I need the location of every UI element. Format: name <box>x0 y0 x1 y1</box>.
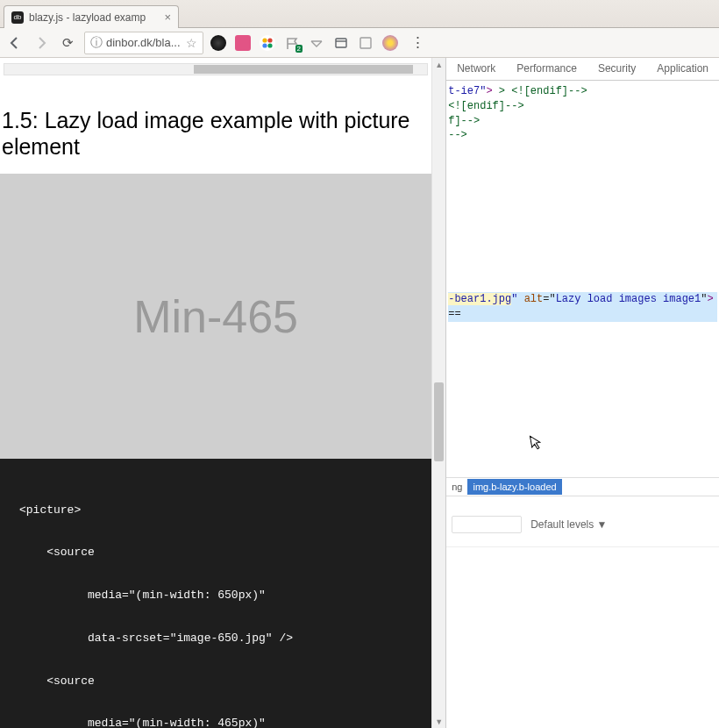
source-line: --> <box>448 129 467 141</box>
extension-badge: 2 <box>295 45 303 53</box>
extension-icon[interactable]: 2 <box>284 35 300 51</box>
code-line: data-srcset="image-650.jpg" /> <box>0 632 431 646</box>
extension-icon[interactable] <box>358 35 374 51</box>
extension-icons: 2 ⋮ <box>210 33 429 52</box>
browser-tab[interactable]: db blazy.js - lazyload examp × <box>4 5 179 28</box>
url-text: dinbor.dk/bla... <box>106 36 182 49</box>
scroll-down-icon[interactable]: ▼ <box>432 715 445 728</box>
scrollbar-thumb[interactable] <box>434 382 444 461</box>
section-heading: 1.5: Lazy load image example with pictur… <box>0 75 431 167</box>
bookmark-icon[interactable]: ☆ <box>186 36 197 50</box>
favicon-icon: db <box>11 11 24 24</box>
back-button[interactable] <box>5 33 25 53</box>
devtools-panel: Network Performance Security Application… <box>445 58 719 728</box>
extension-icon[interactable] <box>210 35 226 51</box>
code-block: <picture> <source media="(min-width: 650… <box>0 459 431 728</box>
extension-icon[interactable] <box>333 35 349 51</box>
extension-icon[interactable] <box>235 35 251 51</box>
forward-button[interactable] <box>32 33 51 53</box>
breadcrumb-item[interactable]: ng <box>446 479 467 495</box>
page-viewport: 1.5: Lazy load image example with pictur… <box>0 58 445 728</box>
tab-title: blazy.js - lazyload examp <box>29 11 159 24</box>
devtools-tab-strip: Network Performance Security Application <box>446 58 719 81</box>
vertical-scrollbar[interactable]: ▲ ▼ <box>431 58 445 728</box>
devtools-tab-security[interactable]: Security <box>587 58 646 80</box>
browser-tab-strip: db blazy.js - lazyload examp × <box>0 0 719 28</box>
horizontal-scrollbar[interactable] <box>4 63 428 75</box>
close-icon[interactable]: × <box>164 11 171 24</box>
breadcrumb-item-active[interactable]: img.b-lazy.b-loaded <box>467 479 561 495</box>
devtools-tab-performance[interactable]: Performance <box>506 58 587 80</box>
console-filter-input[interactable] <box>452 516 522 533</box>
scroll-up-icon[interactable]: ▲ <box>432 58 445 71</box>
code-line: <picture> <box>0 503 431 517</box>
scrollbar-thumb[interactable] <box>194 65 413 74</box>
console-toolbar: Default levels ▼ <box>446 496 719 547</box>
svg-rect-4 <box>336 39 346 47</box>
extension-icon[interactable] <box>382 35 398 51</box>
devtools-breadcrumbs: ng img.b-lazy.b-loaded <box>446 477 719 496</box>
svg-point-2 <box>262 43 267 47</box>
code-line: <source <box>0 674 431 689</box>
svg-point-3 <box>267 43 272 47</box>
code-line: media="(min-width: 650px)" <box>0 589 431 603</box>
reload-button[interactable]: ⟳ <box>58 33 77 53</box>
extension-icon[interactable] <box>260 35 275 51</box>
svg-point-0 <box>262 38 267 42</box>
extension-icon[interactable] <box>309 35 324 51</box>
code-line: <source <box>0 546 431 560</box>
address-bar[interactable]: ⓘ dinbor.dk/bla... ☆ <box>84 32 203 54</box>
devtools-source[interactable]: t-ie7"> > <![endif]--> <![endif]--> f]--… <box>446 81 719 325</box>
image-placeholder: Min-465 <box>0 174 431 459</box>
site-info-icon[interactable]: ⓘ <box>90 35 103 51</box>
source-line: <![endif]--> <box>448 100 523 112</box>
devtools-tab-network[interactable]: Network <box>446 58 506 80</box>
svg-point-1 <box>267 38 272 42</box>
arrow-left-icon <box>8 36 22 50</box>
devtools-tab-application[interactable]: Application <box>646 58 719 80</box>
source-line-highlighted[interactable]: -bear1.jpg" alt="Lazy load images image1… <box>448 292 717 322</box>
browser-toolbar: ⟳ ⓘ dinbor.dk/bla... ☆ 2 ⋮ <box>0 28 719 58</box>
arrow-right-icon <box>34 36 48 50</box>
code-line: media="(min-width: 465px)" <box>0 717 431 728</box>
browser-menu-icon[interactable]: ⋮ <box>407 33 429 52</box>
svg-rect-5 <box>360 38 371 48</box>
log-level-dropdown[interactable]: Default levels ▼ <box>530 518 607 531</box>
source-line: f]--> <box>448 115 480 127</box>
placeholder-text: Min-465 <box>133 290 298 343</box>
